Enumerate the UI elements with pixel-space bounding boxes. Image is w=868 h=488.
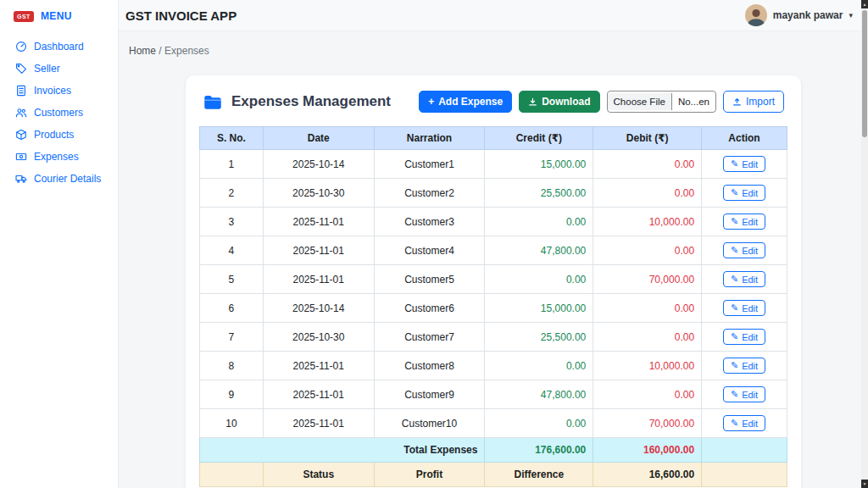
- customers-icon: [15, 107, 27, 119]
- topbar: GST INVOICE APP mayank pawar ▾: [119, 0, 868, 31]
- cell-date: 2025-11-01: [263, 352, 374, 380]
- scroll-down-icon[interactable]: ▼: [861, 480, 868, 488]
- cell-date: 2025-11-01: [263, 380, 374, 409]
- pencil-icon: ✎: [731, 360, 738, 371]
- edit-button[interactable]: ✎Edit: [723, 415, 765, 431]
- avatar: [745, 4, 767, 26]
- cell-credit: 0.00: [485, 208, 593, 236]
- app-window: GST MENU DashboardSellerInvoicesCustomer…: [0, 0, 868, 488]
- cell-action: ✎Edit: [702, 380, 787, 409]
- file-name-text: No...en: [672, 93, 715, 110]
- cell-narration: Customer7: [374, 323, 485, 352]
- user-name: mayank pawar: [773, 9, 843, 21]
- edit-button[interactable]: ✎Edit: [723, 271, 765, 287]
- cell-sno: 2: [200, 179, 264, 208]
- cell-sno: 10: [200, 409, 264, 438]
- cell-sno: 3: [200, 208, 264, 236]
- file-input[interactable]: Choose File No...en: [607, 91, 716, 113]
- edit-button[interactable]: ✎Edit: [723, 358, 765, 374]
- edit-button[interactable]: ✎Edit: [723, 329, 765, 345]
- cell-credit: 25,500.00: [485, 323, 593, 352]
- edit-button[interactable]: ✎Edit: [723, 185, 765, 201]
- courier-icon: [15, 173, 27, 185]
- menu-label: MENU: [41, 10, 72, 22]
- user-menu[interactable]: mayank pawar ▾: [745, 4, 853, 26]
- choose-file-button[interactable]: Choose File: [608, 93, 672, 110]
- scrollbar[interactable]: ▲ ▼: [861, 0, 868, 488]
- expense-row: 12025-10-14Customer115,000.000.00✎Edit: [200, 150, 787, 179]
- cell-date: 2025-10-30: [263, 179, 374, 208]
- cell-sno: 4: [200, 236, 264, 265]
- col-narration: Narration: [374, 127, 485, 150]
- total-debit: 160,000.00: [593, 438, 702, 463]
- scroll-up-icon[interactable]: ▲: [861, 0, 868, 8]
- sidebar-item-dashboard[interactable]: Dashboard: [0, 36, 118, 58]
- wallet-icon: [203, 92, 223, 112]
- pencil-icon: ✎: [731, 389, 738, 400]
- products-icon: [15, 129, 27, 141]
- sidebar-item-label: Products: [34, 129, 74, 141]
- edit-button[interactable]: ✎Edit: [723, 242, 765, 258]
- invoices-icon: [15, 85, 27, 97]
- cell-date: 2025-10-30: [263, 323, 374, 352]
- plus-icon: +: [428, 96, 434, 108]
- cell-action: ✎Edit: [702, 265, 787, 294]
- cell-credit: 0.00: [485, 409, 593, 438]
- edit-button[interactable]: ✎Edit: [723, 386, 765, 402]
- pencil-icon: ✎: [731, 331, 738, 342]
- cell-action: ✎Edit: [702, 150, 787, 179]
- cell-narration: Customer3: [374, 208, 485, 236]
- cell-credit: 25,500.00: [485, 179, 593, 208]
- pencil-icon: ✎: [731, 158, 738, 169]
- edit-button[interactable]: ✎Edit: [723, 156, 765, 172]
- sidebar-item-expenses[interactable]: Expenses: [0, 146, 118, 168]
- cell-narration: Customer8: [374, 352, 485, 380]
- status-row: Status Profit Difference 16,600.00: [200, 463, 787, 487]
- difference-value: 16,600.00: [593, 463, 702, 487]
- breadcrumb-home[interactable]: Home: [129, 45, 156, 57]
- col-sno: S. No.: [200, 127, 264, 150]
- import-button[interactable]: Import: [723, 91, 784, 113]
- pencil-icon: ✎: [731, 245, 738, 256]
- pencil-icon: ✎: [731, 302, 738, 313]
- sidebar-item-label: Expenses: [34, 151, 79, 163]
- add-expense-button[interactable]: + Add Expense: [419, 91, 512, 113]
- total-label: Total Expenses: [200, 438, 485, 463]
- sidebar-item-seller[interactable]: Seller: [0, 58, 118, 80]
- card-header: Expenses Management + Add Expense Downlo…: [199, 91, 787, 113]
- sidebar-item-products[interactable]: Products: [0, 124, 118, 146]
- sidebar-item-label: Dashboard: [34, 41, 84, 53]
- cell-action: ✎Edit: [702, 409, 787, 438]
- sidebar-item-courier-details[interactable]: Courier Details: [0, 168, 118, 190]
- edit-button[interactable]: ✎Edit: [723, 300, 765, 316]
- cell-sno: 1: [200, 150, 264, 179]
- col-credit: Credit (₹): [485, 127, 593, 150]
- sidebar-item-invoices[interactable]: Invoices: [0, 80, 118, 102]
- cell-date: 2025-11-01: [263, 208, 374, 236]
- cell-sno: 5: [200, 265, 264, 294]
- col-debit: Debit (₹): [593, 127, 702, 150]
- profit-label: Profit: [374, 463, 485, 487]
- sidebar-nav: DashboardSellerInvoicesCustomersProducts…: [0, 30, 118, 190]
- cell-action: ✎Edit: [702, 208, 787, 236]
- table-header: S. No. Date Narration Credit (₹) Debit (…: [200, 127, 787, 150]
- cell-date: 2025-11-01: [263, 236, 374, 265]
- sidebar-item-label: Customers: [34, 107, 83, 119]
- expense-row: 22025-10-30Customer225,500.000.00✎Edit: [200, 179, 787, 208]
- sidebar-item-customers[interactable]: Customers: [0, 102, 118, 124]
- edit-button[interactable]: ✎Edit: [723, 214, 765, 230]
- cell-debit: 0.00: [593, 323, 702, 352]
- status-action-empty: [702, 463, 787, 487]
- status-label: Status: [263, 463, 374, 487]
- col-action: Action: [702, 127, 787, 150]
- breadcrumb: Home / Expenses: [125, 31, 861, 57]
- breadcrumb-current: Expenses: [164, 45, 209, 57]
- download-button[interactable]: Download: [519, 91, 599, 113]
- expense-row: 62025-10-14Customer615,000.000.00✎Edit: [200, 294, 787, 323]
- scrollbar-thumb[interactable]: [862, 10, 867, 137]
- cell-debit: 0.00: [593, 150, 702, 179]
- expenses-table: S. No. Date Narration Credit (₹) Debit (…: [199, 126, 787, 487]
- content: Home / Expenses Expenses Management: [119, 31, 868, 488]
- cell-narration: Customer4: [374, 236, 485, 265]
- cell-date: 2025-10-14: [263, 294, 374, 323]
